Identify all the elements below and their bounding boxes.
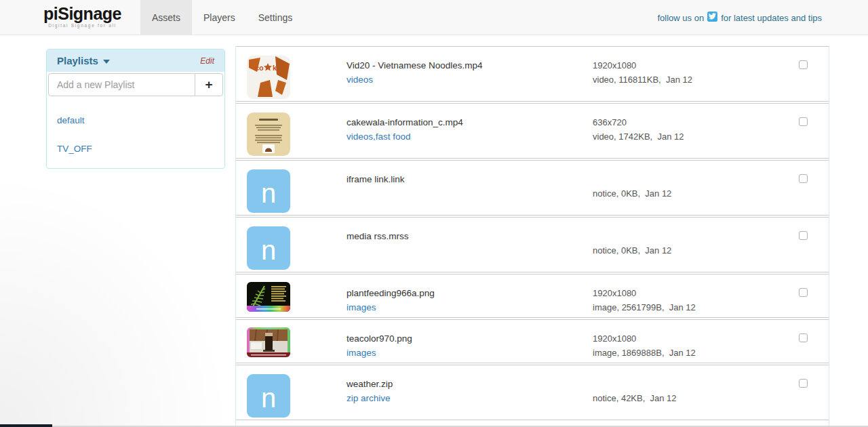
add-playlist-input[interactable]: [48, 73, 195, 96]
logo-title: piSignage: [43, 5, 121, 23]
asset-thumbnail[interactable]: n: [247, 169, 290, 213]
asset-dimensions: 1920x1080: [593, 331, 696, 346]
add-playlist-group: +: [48, 73, 223, 96]
asset-dimensions: [593, 172, 671, 186]
asset-meta: notice, 42KB, Jan 12: [593, 391, 677, 405]
asset-labels-link[interactable]: videos,fast food: [347, 129, 463, 144]
asset-info: cakewala-information_c.mp4 videos,fast f…: [347, 115, 463, 144]
follow-text-prefix: follow us on: [657, 13, 704, 23]
asset-meta-block: 636x720 video, 1742KB, Jan 12: [593, 115, 684, 144]
svg-text:co: co: [255, 64, 264, 72]
nav-tab-assets[interactable]: Assets: [140, 0, 192, 35]
asset-labels-link[interactable]: images: [347, 346, 412, 360]
asset-meta-block: 1920x1080 video, 116811KB, Jan 12: [593, 58, 692, 87]
asset-meta-block: notice, 0KB, Jan 12: [593, 172, 671, 201]
asset-dimensions: 1920x1080: [593, 58, 692, 73]
asset-row[interactable]: n weather.zip zip archive notice, 42KB, …: [236, 365, 829, 420]
asset-meta: image, 2561799B, Jan 12: [593, 300, 696, 314]
playlists-panel-header: Playlists Edit: [47, 49, 224, 72]
nav-tab-settings[interactable]: Settings: [247, 0, 304, 35]
playlist-link[interactable]: default: [57, 115, 85, 125]
asset-dimensions: 636x720: [593, 115, 684, 129]
asset-info: teacolor970.png images: [347, 331, 412, 360]
playlist-list: default TV_OFF: [47, 98, 224, 168]
asset-checkbox[interactable]: [799, 288, 808, 297]
asset-thumbnail[interactable]: [247, 113, 290, 156]
asset-info: iframe link.link: [347, 172, 405, 186]
logo-tagline: Digital Signage for all: [43, 23, 121, 28]
top-navbar: piSignage Digital Signage for all Assets…: [0, 0, 868, 35]
asset-thumbnail[interactable]: [247, 327, 290, 357]
playlist-item-tv_off[interactable]: TV_OFF: [47, 134, 224, 163]
asset-name[interactable]: cakewala-information_c.mp4: [347, 115, 463, 129]
asset-thumbnail[interactable]: [247, 282, 290, 312]
playlists-title: Playlists: [57, 55, 98, 66]
asset-meta: image, 1869888B, Jan 12: [593, 346, 696, 360]
twitter-icon: [707, 12, 717, 24]
asset-name[interactable]: Vid20 - Vietnamese Noodles.mp4: [347, 58, 483, 73]
asset-labels-link[interactable]: zip archive: [347, 391, 393, 405]
asset-meta: notice, 0KB, Jan 12: [593, 243, 671, 258]
playlists-panel: Playlists Edit + default TV_OFF: [46, 49, 225, 169]
asset-checkbox[interactable]: [799, 117, 808, 126]
asset-meta: notice, 0KB, Jan 12: [593, 186, 671, 201]
asset-thumbnail[interactable]: n: [247, 226, 290, 270]
playlists-dropdown[interactable]: Playlists: [57, 55, 110, 66]
asset-row[interactable]: teacolor970.png images 1920x1080 image, …: [236, 319, 829, 363]
asset-row[interactable]: n media rss.mrss notice, 0KB, Jan 12: [236, 217, 829, 272]
asset-checkbox[interactable]: [799, 333, 808, 342]
asset-dimensions: [593, 377, 677, 391]
asset-row[interactable]: n iframe link.link notice, 0KB, Jan 12: [236, 160, 829, 216]
asset-meta-block: 1920x1080 image, 1869888B, Jan 12: [593, 331, 696, 360]
asset-meta-block: notice, 42KB, Jan 12: [593, 377, 677, 405]
nav-tab-players[interactable]: Players: [192, 0, 247, 35]
playlist-item-default[interactable]: default: [47, 106, 224, 134]
asset-info: media rss.mrss: [347, 229, 409, 243]
pisignage-logo[interactable]: piSignage Digital Signage for all: [43, 5, 121, 28]
asset-name[interactable]: media rss.mrss: [347, 229, 409, 243]
asset-thumbnail[interactable]: n: [247, 374, 290, 418]
asset-meta-block: 1920x1080 image, 2561799B, Jan 12: [593, 286, 696, 314]
asset-info: Vid20 - Vietnamese Noodles.mp4 videos: [347, 58, 483, 87]
asset-checkbox[interactable]: [799, 379, 808, 388]
asset-name[interactable]: weather.zip: [347, 377, 393, 391]
asset-name[interactable]: iframe link.link: [347, 172, 405, 186]
asset-checkbox[interactable]: [799, 60, 808, 69]
svg-text:k: k: [273, 64, 277, 72]
playlists-panel-body: + default TV_OFF: [47, 73, 224, 168]
playlist-link[interactable]: TV_OFF: [57, 144, 92, 154]
asset-dimensions: [593, 229, 671, 243]
asset-info: weather.zip zip archive: [347, 377, 393, 405]
asset-meta-block: notice, 0KB, Jan 12: [593, 229, 671, 258]
asset-meta: video, 116811KB, Jan 12: [593, 73, 692, 87]
follow-twitter-link[interactable]: follow us on for latest updates and tips: [657, 0, 822, 35]
asset-checkbox[interactable]: [799, 174, 808, 183]
asset-row[interactable]: plantfeeding966a.png images 1920x1080 im…: [236, 274, 829, 318]
asset-labels-link[interactable]: videos: [347, 73, 483, 87]
asset-labels-link[interactable]: images: [347, 300, 435, 314]
asset-name[interactable]: teacolor970.png: [347, 331, 412, 346]
asset-info: plantfeeding966a.png images: [347, 286, 435, 314]
asset-row[interactable]: cok Vid20 - Vietnamese Noodles.mp4 video…: [236, 46, 829, 102]
asset-thumbnail[interactable]: cok: [247, 56, 290, 99]
asset-meta: video, 1742KB, Jan 12: [593, 129, 684, 144]
asset-dimensions: 1920x1080: [593, 286, 696, 300]
asset-row[interactable]: cakewala-information_c.mp4 videos,fast f…: [236, 103, 829, 159]
follow-text-suffix: for latest updates and tips: [721, 13, 822, 23]
caret-down-icon: [103, 60, 110, 64]
asset-name[interactable]: plantfeeding966a.png: [347, 286, 435, 300]
asset-checkbox[interactable]: [799, 231, 808, 240]
main-nav: Assets Players Settings: [140, 0, 304, 35]
bottom-dark-bar: [0, 424, 52, 427]
add-playlist-button[interactable]: +: [195, 73, 223, 96]
edit-playlists-link[interactable]: Edit: [200, 56, 214, 66]
asset-list: cok Vid20 - Vietnamese Noodles.mp4 video…: [235, 46, 829, 427]
page-corner-shade: [0, 155, 251, 426]
